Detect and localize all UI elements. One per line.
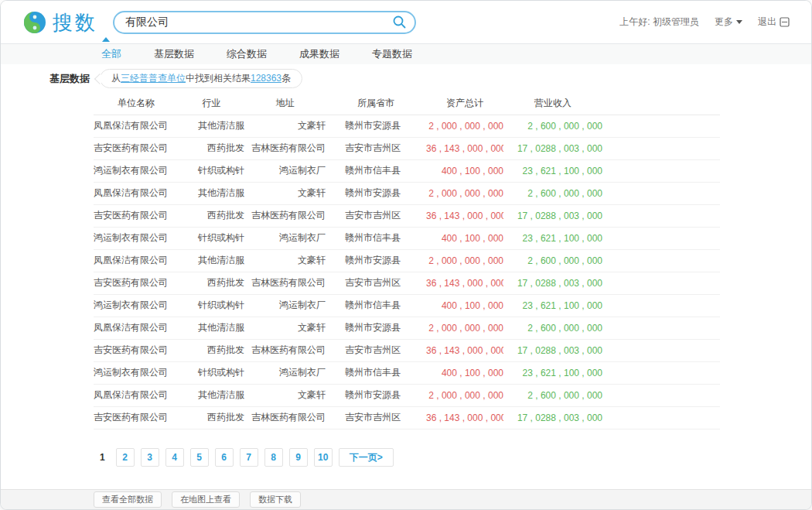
cell-total-assets: 36 , 143 , 000 , 000 bbox=[426, 406, 503, 429]
more-button[interactable]: 更多 bbox=[715, 15, 742, 29]
cell-revenue: 2 , 600 , 000 , 000 bbox=[503, 317, 602, 339]
cell-industry: 其他清洁服 bbox=[179, 182, 244, 204]
column-header-region: 所属省市 bbox=[326, 93, 426, 115]
cell-region: 赣州市安源县 bbox=[326, 317, 426, 339]
cell-filler bbox=[602, 361, 720, 384]
logo-icon bbox=[22, 10, 47, 35]
cell-unit-name: 鸿运制衣有限公司 bbox=[94, 227, 179, 249]
logout-label: 退出 bbox=[758, 15, 776, 29]
cell-unit-name: 凤凰保洁有限公司 bbox=[94, 115, 179, 137]
cell-region: 赣州市安源县 bbox=[326, 182, 426, 204]
result-middle-text: 中找到相关结果 bbox=[186, 73, 251, 84]
cell-address: 鸿运制衣厂 bbox=[244, 294, 326, 317]
table-row[interactable]: 鸿运制衣有限公司针织或构针鸿运制衣厂赣州市信丰县400 , 100 , 0002… bbox=[94, 361, 720, 384]
table-row[interactable]: 鸿运制衣有限公司针织或构针鸿运制衣厂赣州市信丰县400 , 100 , 0002… bbox=[94, 294, 720, 317]
cell-total-assets: 2 , 000 , 000 , 000 bbox=[426, 249, 503, 272]
page-button[interactable]: 6 bbox=[215, 448, 234, 467]
cell-region: 赣州市信丰县 bbox=[326, 227, 426, 249]
search-box bbox=[113, 11, 416, 34]
table-row[interactable]: 凤凰保洁有限公司其他清洁服文豪轩赣州市安源县2 , 000 , 000 , 00… bbox=[94, 384, 720, 406]
cell-region: 吉安市吉州区 bbox=[326, 339, 426, 361]
column-header-filler bbox=[602, 93, 720, 115]
cell-region: 赣州市信丰县 bbox=[326, 361, 426, 384]
results-table: 单位名称行业地址所属省市资产总计营业收入 凤凰保洁有限公司其他清洁服文豪轩赣州市… bbox=[94, 93, 720, 430]
table-row[interactable]: 吉安医药有限公司西药批发吉林医药有限公司吉安市吉州区36 , 143 , 000… bbox=[94, 272, 720, 294]
table-row[interactable]: 鸿运制衣有限公司针织或构针鸿运制衣厂赣州市信丰县400 , 100 , 0002… bbox=[94, 227, 720, 249]
cell-unit-name: 凤凰保洁有限公司 bbox=[94, 317, 179, 339]
tab-bar: 全部基层数据综合数据成果数据专题数据 bbox=[1, 43, 811, 64]
result-count-link[interactable]: 128363 bbox=[251, 73, 281, 84]
tab-special-data[interactable]: 专题数据 bbox=[372, 47, 412, 61]
column-header-industry: 行业 bbox=[179, 93, 244, 115]
cell-filler bbox=[602, 406, 720, 429]
table-header-row: 单位名称行业地址所属省市资产总计营业收入 bbox=[94, 93, 720, 115]
table-row[interactable]: 吉安医药有限公司西药批发吉林医药有限公司吉安市吉州区36 , 143 , 000… bbox=[94, 137, 720, 159]
cell-industry: 其他清洁服 bbox=[179, 384, 244, 406]
cell-revenue: 23 , 621 , 100 , 000 bbox=[503, 361, 602, 384]
cell-filler bbox=[602, 294, 720, 317]
page-button[interactable]: 8 bbox=[264, 448, 283, 467]
tab-basic-data[interactable]: 基层数据 bbox=[154, 47, 194, 61]
table-row[interactable]: 吉安医药有限公司西药批发吉林医药有限公司吉安市吉州区36 , 143 , 000… bbox=[94, 204, 720, 227]
data-download-button[interactable]: 数据下载 bbox=[250, 491, 301, 508]
cell-unit-name: 鸿运制衣有限公司 bbox=[94, 159, 179, 182]
cell-address: 吉林医药有限公司 bbox=[244, 339, 326, 361]
cell-filler bbox=[602, 182, 720, 204]
page-button[interactable]: 5 bbox=[190, 448, 209, 467]
cell-filler bbox=[602, 249, 720, 272]
footer-toolbar: 查看全部数据在地图上查看数据下载 bbox=[1, 489, 811, 509]
cell-revenue: 17 , 0288 , 003 , 000 bbox=[503, 204, 602, 227]
page-button[interactable]: 9 bbox=[289, 448, 308, 467]
table-row[interactable]: 凤凰保洁有限公司其他清洁服文豪轩赣州市安源县2 , 000 , 000 , 00… bbox=[94, 317, 720, 339]
cell-unit-name: 吉安医药有限公司 bbox=[94, 204, 179, 227]
cell-region: 赣州市安源县 bbox=[326, 384, 426, 406]
search-icon[interactable] bbox=[392, 15, 407, 29]
page-button[interactable]: 3 bbox=[141, 448, 159, 467]
cell-revenue: 2 , 600 , 000 , 000 bbox=[503, 115, 602, 137]
logo[interactable]: 搜数 bbox=[22, 10, 97, 35]
page-button[interactable]: 10 bbox=[314, 448, 333, 467]
cell-revenue: 23 , 621 , 100 , 000 bbox=[503, 294, 602, 317]
greeting-text: 上午好: 初级管理员 bbox=[619, 15, 699, 29]
cell-total-assets: 36 , 143 , 000 , 000 bbox=[426, 272, 503, 294]
cell-revenue: 2 , 600 , 000 , 000 bbox=[503, 249, 602, 272]
table-row[interactable]: 凤凰保洁有限公司其他清洁服文豪轩赣州市安源县2 , 000 , 000 , 00… bbox=[94, 115, 720, 137]
column-header-revenue: 营业收入 bbox=[503, 93, 602, 115]
tab-achievement-data[interactable]: 成果数据 bbox=[299, 47, 339, 61]
search-input[interactable] bbox=[125, 16, 392, 29]
tab-all[interactable]: 全部 bbox=[101, 47, 121, 61]
table-row[interactable]: 鸿运制衣有限公司针织或构针鸿运制衣厂赣州市信丰县400 , 100 , 0002… bbox=[94, 159, 720, 182]
cell-address: 文豪轩 bbox=[244, 115, 326, 137]
cell-region: 吉安市吉州区 bbox=[326, 406, 426, 429]
cell-unit-name: 吉安医药有限公司 bbox=[94, 272, 179, 294]
cell-address: 鸿运制衣厂 bbox=[244, 159, 326, 182]
view-all-data-button[interactable]: 查看全部数据 bbox=[94, 491, 162, 508]
cell-total-assets: 36 , 143 , 000 , 000 bbox=[426, 137, 503, 159]
page-button[interactable]: 7 bbox=[240, 448, 258, 467]
cell-address: 吉林医药有限公司 bbox=[244, 204, 326, 227]
source-link[interactable]: 三经普普查单位 bbox=[121, 73, 186, 84]
cell-filler bbox=[602, 115, 720, 137]
table-row[interactable]: 凤凰保洁有限公司其他清洁服文豪轩赣州市安源县2 , 000 , 000 , 00… bbox=[94, 182, 720, 204]
cell-unit-name: 吉安医药有限公司 bbox=[94, 406, 179, 429]
tab-comprehensive-data[interactable]: 综合数据 bbox=[227, 47, 267, 61]
page-button[interactable]: 2 bbox=[116, 448, 135, 467]
cell-region: 吉安市吉州区 bbox=[326, 204, 426, 227]
more-label: 更多 bbox=[715, 15, 733, 29]
cell-revenue: 17 , 0288 , 003 , 000 bbox=[503, 272, 602, 294]
result-count-bubble: 从三经普普查单位中找到相关结果128363条 bbox=[100, 69, 302, 88]
cell-filler bbox=[602, 317, 720, 339]
table-row[interactable]: 吉安医药有限公司西药批发吉林医药有限公司吉安市吉州区36 , 143 , 000… bbox=[94, 339, 720, 361]
next-page-button[interactable]: 下一页> bbox=[339, 448, 394, 467]
cell-revenue: 23 , 621 , 100 , 000 bbox=[503, 227, 602, 249]
view-on-map-button[interactable]: 在地图上查看 bbox=[172, 491, 240, 508]
cell-revenue: 2 , 600 , 000 , 000 bbox=[503, 182, 602, 204]
cell-filler bbox=[602, 227, 720, 249]
page-button[interactable]: 4 bbox=[165, 448, 184, 467]
logout-button[interactable]: 退出 bbox=[758, 15, 790, 29]
table-row[interactable]: 吉安医药有限公司西药批发吉林医药有限公司吉安市吉州区36 , 143 , 000… bbox=[94, 406, 720, 429]
cell-address: 文豪轩 bbox=[244, 317, 326, 339]
cell-total-assets: 36 , 143 , 000 , 000 bbox=[426, 204, 503, 227]
table-row[interactable]: 凤凰保洁有限公司其他清洁服文豪轩赣州市安源县2 , 000 , 000 , 00… bbox=[94, 249, 720, 272]
cell-industry: 西药批发 bbox=[179, 137, 244, 159]
